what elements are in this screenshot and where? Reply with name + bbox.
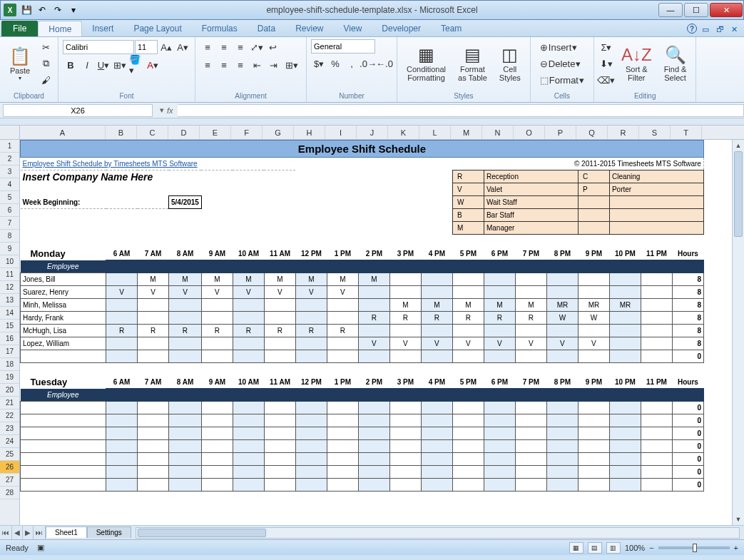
- cell[interactable]: [641, 325, 672, 337]
- cell[interactable]: 11 PM: [641, 376, 672, 389]
- cell[interactable]: [264, 466, 295, 479]
- col-header[interactable]: E: [200, 126, 231, 139]
- cell[interactable]: Week Beginning:: [21, 196, 169, 209]
- cell[interactable]: [578, 286, 609, 299]
- cell[interactable]: B: [452, 209, 484, 222]
- cell[interactable]: [578, 440, 609, 453]
- cell[interactable]: [106, 337, 138, 350]
- cell[interactable]: [609, 466, 641, 479]
- cell[interactable]: 7 AM: [138, 248, 169, 260]
- cell[interactable]: [264, 402, 295, 414]
- cell[interactable]: [138, 440, 169, 453]
- cell[interactable]: [295, 299, 327, 312]
- cell[interactable]: V: [578, 337, 609, 350]
- cell[interactable]: 8: [672, 273, 703, 286]
- cell[interactable]: [515, 440, 546, 453]
- cell[interactable]: 0: [672, 427, 703, 440]
- cell[interactable]: [641, 466, 672, 479]
- cell[interactable]: [295, 414, 327, 427]
- col-header[interactable]: S: [639, 126, 671, 139]
- cell[interactable]: [233, 466, 264, 479]
- cell[interactable]: [138, 299, 169, 312]
- cell[interactable]: [421, 286, 452, 299]
- cell[interactable]: 9 PM: [578, 248, 609, 260]
- cell[interactable]: [609, 402, 641, 414]
- cell[interactable]: [641, 350, 672, 363]
- cell[interactable]: [21, 414, 106, 427]
- col-header[interactable]: K: [388, 126, 419, 139]
- cell[interactable]: [264, 337, 295, 350]
- cell[interactable]: [515, 273, 546, 286]
- row-header[interactable]: 21: [0, 397, 19, 409]
- cell[interactable]: V: [452, 183, 484, 196]
- cell[interactable]: [233, 402, 264, 414]
- row-header[interactable]: 15: [0, 320, 19, 332]
- row-header[interactable]: 11: [0, 268, 19, 281]
- tab-insert[interactable]: Insert: [82, 21, 123, 36]
- cell[interactable]: [106, 273, 138, 286]
- cell[interactable]: [641, 479, 672, 492]
- cell[interactable]: V: [169, 286, 202, 299]
- row-header[interactable]: 8: [0, 230, 19, 243]
- cell[interactable]: [578, 209, 609, 222]
- cell[interactable]: [484, 402, 515, 414]
- col-header[interactable]: L: [419, 126, 451, 139]
- cell[interactable]: MR: [578, 299, 609, 312]
- cell[interactable]: Employee Shift Schedule by Timesheets MT…: [21, 158, 296, 170]
- cell[interactable]: [546, 414, 578, 427]
- cell[interactable]: [421, 466, 452, 479]
- cell[interactable]: [609, 427, 641, 440]
- cell[interactable]: M: [452, 299, 484, 312]
- cell[interactable]: Hours: [672, 248, 703, 260]
- percent-icon[interactable]: %: [327, 56, 343, 71]
- cell[interactable]: Employee Shift Schedule: [21, 141, 704, 158]
- clear-icon[interactable]: ⌫▾: [598, 72, 614, 88]
- cell[interactable]: 5/4/2015: [169, 196, 202, 209]
- align-middle-icon[interactable]: ≡: [216, 39, 232, 55]
- scroll-thumb[interactable]: [734, 151, 743, 237]
- cell[interactable]: [484, 350, 515, 363]
- cell[interactable]: M: [201, 273, 233, 286]
- close-button[interactable]: ✕: [710, 3, 743, 17]
- cell[interactable]: [452, 286, 484, 299]
- cell[interactable]: R: [106, 325, 138, 337]
- redo-icon[interactable]: ↷: [51, 3, 65, 17]
- cell[interactable]: [106, 479, 138, 492]
- cell[interactable]: [609, 453, 641, 466]
- cell[interactable]: [327, 337, 358, 350]
- cell[interactable]: [358, 402, 389, 414]
- cell[interactable]: [389, 440, 421, 453]
- cell[interactable]: [138, 414, 169, 427]
- cell[interactable]: [295, 479, 327, 492]
- cell[interactable]: [106, 414, 138, 427]
- cell[interactable]: R: [515, 312, 546, 325]
- cell[interactable]: [264, 196, 452, 209]
- cell[interactable]: [358, 325, 389, 337]
- row-header[interactable]: 19: [0, 371, 19, 384]
- cell[interactable]: [546, 273, 578, 286]
- cell[interactable]: M: [295, 273, 327, 286]
- undo-icon[interactable]: ↶: [35, 3, 49, 17]
- cell[interactable]: M: [327, 273, 358, 286]
- orientation-icon[interactable]: ⤢▾: [249, 39, 265, 55]
- cell[interactable]: [609, 286, 641, 299]
- cell[interactable]: [358, 427, 389, 440]
- cell[interactable]: [484, 325, 515, 337]
- cell[interactable]: [327, 466, 358, 479]
- cell[interactable]: 12 PM: [295, 376, 327, 389]
- cell[interactable]: [546, 453, 578, 466]
- paste-button[interactable]: 📋 Paste ▾: [4, 39, 36, 88]
- maximize-button[interactable]: ☐: [684, 3, 708, 17]
- cell[interactable]: [452, 402, 484, 414]
- underline-button[interactable]: U▾: [96, 57, 111, 73]
- cell[interactable]: [484, 440, 515, 453]
- cell[interactable]: [295, 312, 327, 325]
- cell[interactable]: 6 PM: [484, 376, 515, 389]
- cell[interactable]: V: [389, 337, 421, 350]
- cell[interactable]: [641, 337, 672, 350]
- cell[interactable]: [21, 350, 106, 363]
- cell[interactable]: [546, 440, 578, 453]
- cell[interactable]: [295, 440, 327, 453]
- cell[interactable]: Valet: [484, 183, 578, 196]
- cell[interactable]: [421, 402, 452, 414]
